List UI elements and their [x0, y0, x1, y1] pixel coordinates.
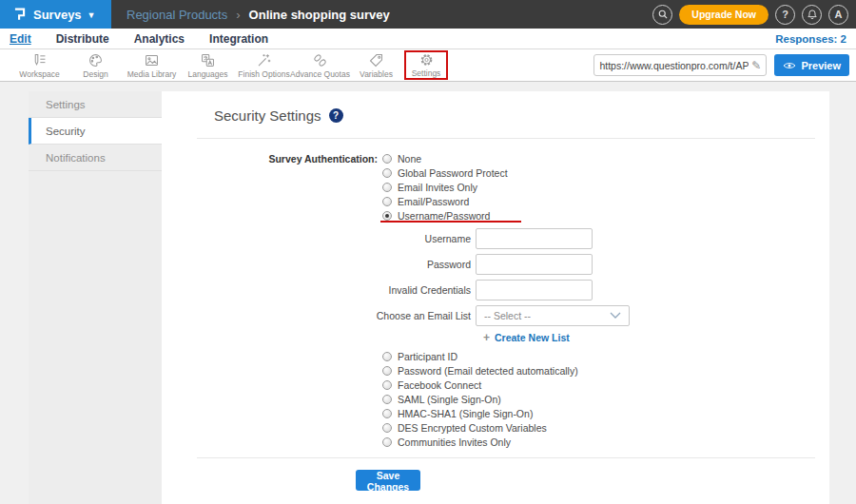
tab-distribute[interactable]: Distribute	[56, 32, 109, 46]
survey-title: Online shopping survey	[249, 8, 390, 22]
questionpro-logo-icon	[12, 6, 27, 23]
avatar[interactable]: A	[828, 5, 848, 25]
radio-icon[interactable]	[382, 168, 392, 178]
email-list-label: Choose an Email List	[214, 310, 476, 321]
annotation-underline	[380, 221, 521, 223]
toolbar-item-variables[interactable]: Variables	[348, 50, 404, 81]
password-field[interactable]	[476, 254, 593, 275]
radio-icon[interactable]	[382, 380, 392, 390]
invalid-credentials-label: Invalid Credentials	[214, 284, 476, 296]
radio-icon[interactable]	[382, 154, 392, 164]
radio-icon[interactable]	[382, 437, 392, 447]
radio-icon[interactable]	[382, 352, 392, 361]
finish-options-icon	[256, 52, 272, 68]
plus-icon: +	[483, 333, 490, 342]
sidebar-item-settings[interactable]: Settings	[29, 91, 162, 118]
radio-icon[interactable]	[382, 423, 392, 433]
invalid-credentials-field[interactable]	[476, 280, 593, 300]
radio-option-participant-id[interactable]: Participant ID	[382, 350, 630, 364]
breadcrumb-folder[interactable]: Regional Products	[126, 8, 227, 22]
radio-option-none[interactable]: None	[382, 152, 508, 166]
variables-icon	[368, 52, 384, 68]
design-icon	[88, 52, 104, 68]
chevron-down-icon: ▼	[88, 10, 96, 20]
help-icon[interactable]: ?	[329, 108, 343, 123]
survey-authentication-label: Survey Authentication:	[214, 152, 378, 223]
languages-icon	[200, 52, 216, 68]
toolbar-item-settings[interactable]: Settings	[404, 50, 448, 80]
bell-icon	[807, 9, 818, 20]
radio-option-facebook-connect[interactable]: Facebook Connect	[382, 378, 630, 393]
security-settings-panel: Security Settings ? Survey Authenticatio…	[162, 91, 829, 504]
divider	[197, 138, 815, 139]
username-field[interactable]	[476, 228, 593, 249]
sidebar-item-notifications[interactable]: Notifications	[29, 145, 162, 171]
topbar: Surveys ▼ Regional Products › Online sho…	[0, 0, 856, 29]
preview-button[interactable]: Preview	[774, 54, 849, 76]
extra-auth-options: Participant ID Password (Email detected …	[382, 350, 630, 449]
radio-option-communities-invites[interactable]: Communities Invites Only	[382, 435, 630, 449]
toolbar-item-finish-options[interactable]: Finish Options	[236, 50, 292, 81]
toolbar-item-workspace[interactable]: Workspace	[11, 50, 68, 81]
radio-option-password-email-detected[interactable]: Password (Email detected automatically)	[382, 364, 630, 378]
create-new-list-link[interactable]: Create New List	[495, 332, 570, 343]
topbar-actions: Upgrade Now ? A	[652, 5, 848, 25]
help-button[interactable]: ?	[775, 5, 795, 25]
radio-icon[interactable]	[382, 366, 392, 376]
sidebar-item-security[interactable]: Security	[29, 118, 162, 145]
email-list-select[interactable]: -- Select --	[476, 305, 630, 326]
tab-analytics[interactable]: Analytics	[134, 32, 185, 46]
tab-integration[interactable]: Integration	[209, 32, 268, 46]
surveys-menu-label: Surveys	[33, 8, 82, 22]
breadcrumb: Regional Products › Online shopping surv…	[126, 8, 390, 22]
chevron-down-icon	[610, 312, 621, 320]
auth-options: None Global Password Protect Email Invit…	[382, 152, 508, 223]
save-changes-button[interactable]: Save Changes	[356, 470, 420, 491]
breadcrumb-separator-icon: ›	[236, 8, 240, 22]
toolbar: Workspace Design Media Library Languages…	[0, 49, 856, 82]
media-library-icon	[144, 52, 160, 68]
edit-url-icon[interactable]: ✎	[751, 59, 761, 72]
settings-icon	[418, 52, 435, 68]
password-label: Password	[214, 259, 476, 270]
upgrade-now-button[interactable]: Upgrade Now	[679, 5, 768, 25]
toolbar-item-media-library[interactable]: Media Library	[124, 50, 180, 81]
notifications-button[interactable]	[802, 5, 822, 25]
divider	[197, 457, 815, 458]
radio-icon[interactable]	[382, 409, 392, 418]
tab-edit[interactable]: Edit	[10, 32, 31, 46]
radio-option-hmac-sha1[interactable]: HMAC-SHA1 (Single Sign-On)	[382, 407, 630, 421]
workspace-icon	[31, 52, 48, 68]
survey-url-input[interactable]	[599, 60, 749, 71]
settings-sidebar: Settings Security Notifications	[29, 91, 162, 504]
toolbar-item-languages[interactable]: Languages	[180, 50, 236, 81]
radio-checked-icon[interactable]	[382, 211, 392, 221]
search-button[interactable]	[652, 5, 672, 25]
survey-url-box: ✎	[593, 54, 767, 76]
tabbar: Edit Distribute Analytics Integration Re…	[0, 29, 856, 49]
radio-option-email-password[interactable]: Email/Password	[382, 194, 508, 208]
toolbar-item-advance-quotas[interactable]: Advance Quotas	[292, 50, 348, 81]
page-title: Security Settings	[214, 107, 321, 124]
radio-option-email-invites[interactable]: Email Invites Only	[382, 181, 508, 195]
toolbar-item-design[interactable]: Design	[68, 50, 124, 81]
surveys-menu-button[interactable]: Surveys ▼	[0, 0, 111, 29]
radio-option-des-encrypted[interactable]: DES Encrypted Custom Variables	[382, 420, 630, 435]
radio-option-username-password[interactable]: Username/Password	[382, 208, 508, 223]
radio-icon[interactable]	[382, 183, 392, 192]
radio-option-global-password[interactable]: Global Password Protect	[382, 166, 508, 181]
username-label: Username	[214, 233, 476, 244]
radio-option-saml[interactable]: SAML (Single Sign-On)	[382, 393, 630, 407]
radio-icon[interactable]	[382, 197, 392, 206]
advance-quotas-icon	[312, 52, 328, 68]
search-icon	[657, 9, 669, 20]
radio-icon[interactable]	[382, 395, 392, 404]
eye-icon	[783, 61, 796, 70]
security-form: Survey Authentication: None Global Passw…	[214, 152, 630, 449]
responses-count[interactable]: Responses: 2	[775, 29, 846, 49]
